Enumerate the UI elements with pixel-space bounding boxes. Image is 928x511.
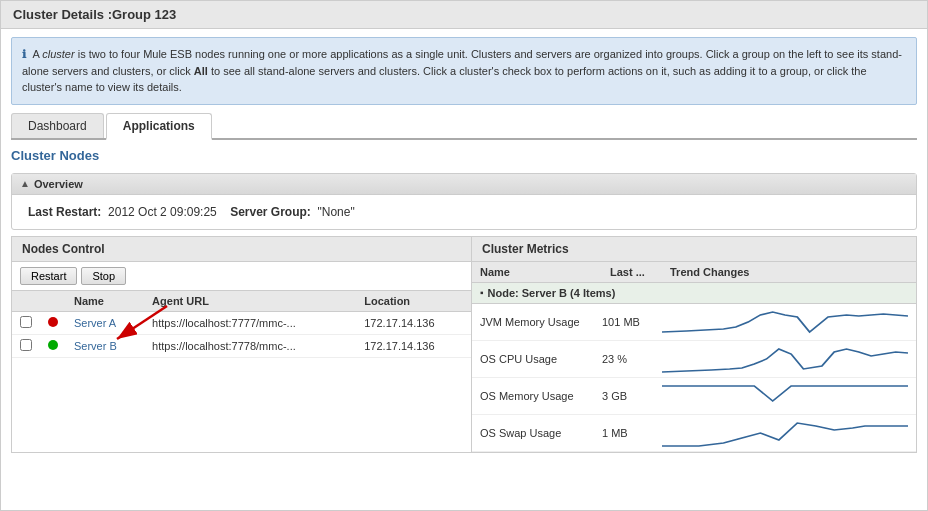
nodes-panel: Nodes Control Restart Stop	[12, 237, 472, 452]
row-status-a	[40, 311, 66, 334]
metric-row-cpu: OS CPU Usage 23 %	[472, 341, 916, 378]
col-name: Name	[66, 291, 144, 312]
last-restart-value: 2012 Oct 2 09:09:25	[108, 205, 217, 219]
restart-button[interactable]: Restart	[20, 267, 77, 285]
row-location-a: 172.17.14.136	[356, 311, 471, 334]
col-checkbox	[12, 291, 40, 312]
row-url-a: https://localhost:7777/mmc-...	[144, 311, 356, 334]
col-location: Location	[356, 291, 471, 312]
metric-value-swap: 1 MB	[602, 427, 662, 439]
nodes-table: Name Agent URL Location Server A https:/…	[12, 291, 471, 358]
metric-chart-cpu	[662, 344, 916, 374]
metric-value-jvm: 101 MB	[602, 316, 662, 328]
metrics-col-trend: Trend Changes	[662, 262, 916, 282]
row-checkbox-b[interactable]	[12, 334, 40, 357]
tab-dashboard[interactable]: Dashboard	[11, 113, 104, 138]
table-row: Server A https://localhost:7777/mmc-... …	[12, 311, 471, 334]
row-name-a[interactable]: Server A	[66, 311, 144, 334]
metric-row-memory: OS Memory Usage 3 GB	[472, 378, 916, 415]
metrics-header: Name Last ... Trend Changes	[472, 262, 916, 283]
metrics-node-label: Node: Server B (4 Items)	[488, 287, 616, 299]
col-agent-url: Agent URL	[144, 291, 356, 312]
tabs-container: Dashboard Applications	[11, 113, 917, 140]
info-icon: ℹ	[22, 48, 26, 60]
server-group-label: Server Group:	[230, 205, 311, 219]
nodes-toolbar: Restart Stop	[12, 262, 471, 291]
metric-chart-memory	[662, 381, 916, 411]
metric-name-cpu: OS CPU Usage	[472, 353, 602, 365]
row-url-b: https://localhost:7778/mmc-...	[144, 334, 356, 357]
metric-row-swap: OS Swap Usage 1 MB	[472, 415, 916, 452]
server-b-link[interactable]: Server B	[74, 340, 117, 352]
row-name-b[interactable]: Server B	[66, 334, 144, 357]
metrics-node-header: ▪ Node: Server B (4 Items)	[472, 283, 916, 304]
stop-button[interactable]: Stop	[81, 267, 126, 285]
overview-header: ▲ Overview	[12, 174, 916, 195]
tab-applications[interactable]: Applications	[106, 113, 212, 140]
nodes-panel-title: Nodes Control	[12, 237, 471, 262]
row-location-b: 172.17.14.136	[356, 334, 471, 357]
overview-content: Last Restart: 2012 Oct 2 09:09:25 Server…	[12, 195, 916, 229]
info-bar: ℹ A cluster is two to four Mule ESB node…	[11, 37, 917, 105]
overview-box: ▲ Overview Last Restart: 2012 Oct 2 09:0…	[11, 173, 917, 230]
metrics-panel: Cluster Metrics Name Last ... Trend Chan…	[472, 237, 916, 452]
metrics-panel-title: Cluster Metrics	[472, 237, 916, 262]
metric-value-memory: 3 GB	[602, 390, 662, 402]
status-dot-green	[48, 340, 58, 350]
metric-name-swap: OS Swap Usage	[472, 427, 602, 439]
last-restart-label: Last Restart:	[28, 205, 101, 219]
collapse-metrics-icon[interactable]: ▪	[480, 287, 484, 298]
metric-name-memory: OS Memory Usage	[472, 390, 602, 402]
main-content: Nodes Control Restart Stop	[11, 236, 917, 453]
metric-chart-jvm	[662, 307, 916, 337]
server-a-link[interactable]: Server A	[74, 317, 116, 329]
page-container: Cluster Details :Group 123 ℹ A cluster i…	[0, 0, 928, 511]
nodes-table-wrapper: Name Agent URL Location Server A https:/…	[12, 291, 471, 358]
row-checkbox-a[interactable]	[12, 311, 40, 334]
page-title: Cluster Details :Group 123	[1, 1, 927, 29]
row-status-b	[40, 334, 66, 357]
metric-value-cpu: 23 %	[602, 353, 662, 365]
collapse-icon[interactable]: ▲	[20, 178, 30, 189]
metric-name-jvm: JVM Memory Usage	[472, 316, 602, 328]
table-row: Server B https://localhost:7778/mmc-... …	[12, 334, 471, 357]
col-status	[40, 291, 66, 312]
overview-label: Overview	[34, 178, 83, 190]
server-group-value: "None"	[318, 205, 355, 219]
metrics-col-name: Name	[472, 262, 602, 282]
status-dot-red	[48, 317, 58, 327]
metric-row-jvm: JVM Memory Usage 101 MB	[472, 304, 916, 341]
metrics-col-last: Last ...	[602, 262, 662, 282]
metric-chart-swap	[662, 418, 916, 448]
cluster-nodes-title: Cluster Nodes	[1, 140, 927, 167]
